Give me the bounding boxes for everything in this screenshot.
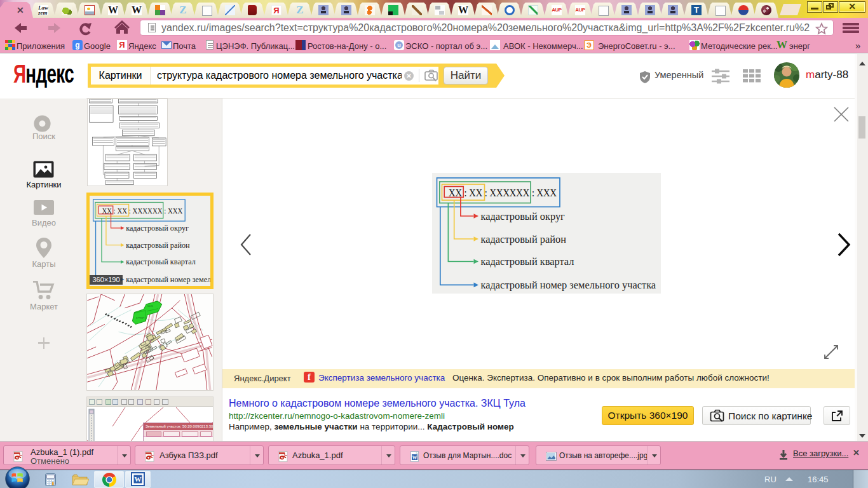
svg-text:кадастровый квартал: кадастровый квартал [481,255,574,268]
svg-text:W: W [412,455,417,461]
svg-text:кадастровый округ: кадастровый округ [481,210,566,222]
svg-text:XX : XX : XXXXXX : XXX: XX : XX : XXXXXX : XXX [449,186,557,199]
svg-text:кадастровый район: кадастровый район [481,233,567,245]
svg-text:W: W [135,475,142,483]
svg-text:50:20: 50:20 [147,305,153,308]
svg-text:кадастровый номер земельного у: кадастровый номер земельного участка [481,279,656,291]
svg-text:д.кад.уч: д.кад.уч [136,316,144,319]
